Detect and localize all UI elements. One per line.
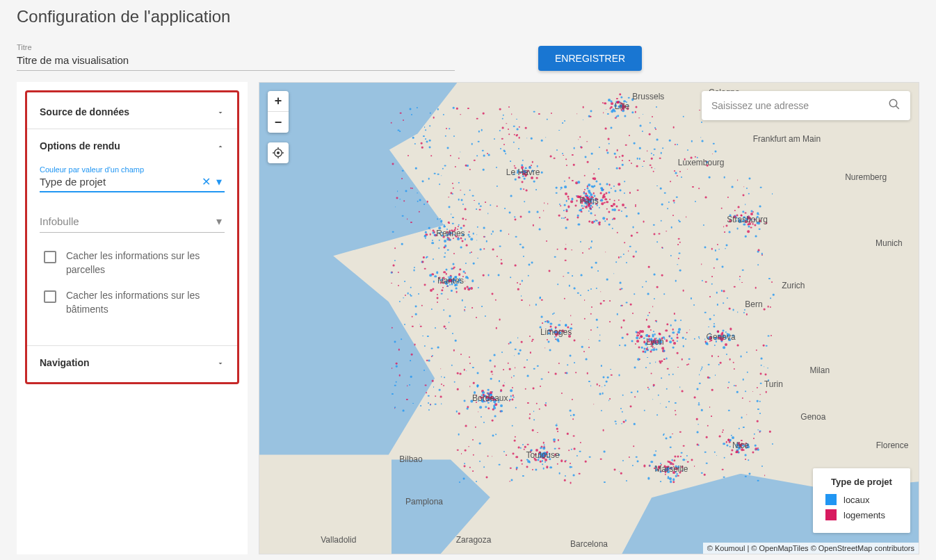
city-label: Barcelona [570,539,608,549]
accordion-label: Navigation [40,357,90,368]
city-label: Bilbao [399,454,422,464]
title-field-label: Titre [17,43,455,51]
legend-label: locaux [844,495,870,505]
render-options-body: Couleur par valeur d'un champ Type de pr… [27,163,237,345]
color-by-select[interactable]: Type de projet ✕ ▾ [40,175,225,192]
svg-point-6 [889,99,897,107]
caret-down-icon[interactable]: ▾ [213,215,225,228]
city-label: Paris [579,196,598,206]
zoom-in-button[interactable]: + [268,91,289,112]
chevron-up-icon [216,142,225,150]
city-label: Brussels [632,92,664,101]
search-input[interactable] [711,100,888,111]
color-by-label: Couleur par valeur d'un champ [40,165,225,174]
city-label: Geneva [707,332,736,342]
map[interactable]: BrusselsCologneFrankfurt am MainLuxembou… [259,82,919,554]
search-icon[interactable] [888,98,901,113]
map-attribution: © Koumoul | © OpenMapTiles © OpenStreetM… [703,543,919,554]
caret-down-icon[interactable]: ▾ [213,175,225,188]
legend-title: Type de projet [825,477,898,487]
checkbox-hide-buildings[interactable] [44,290,56,303]
accordion-navigation[interactable]: Navigation [27,346,237,379]
zoom-controls: + − [268,91,289,133]
legend-swatch [825,509,837,520]
city-label: Nice [732,440,749,450]
legend: Type de projet locaux logements [813,468,910,533]
city-label: Florence [876,440,909,450]
city-label: Genoa [800,412,825,422]
locate-icon [273,147,284,158]
accordion-label: Options de rendu [40,140,120,151]
locate-button[interactable] [268,142,289,163]
city-label: Bordeaux [472,393,508,403]
select-placeholder: Infobulle [40,215,213,227]
city-label: Bern [745,299,762,309]
accordion-data-source[interactable]: Source de données [27,95,237,129]
city-label: Rennes [436,229,465,238]
checkbox-hide-parcels[interactable] [44,251,56,263]
city-label: Limoges [540,327,572,337]
city-label: Nuremberg [845,172,887,182]
svg-line-7 [896,106,899,109]
city-label: Frankfurt am Main [753,134,821,144]
checkbox-label: Cacher les informations sur les bâtiment… [66,289,225,316]
chevron-down-icon [216,359,225,367]
legend-item: logements [825,509,898,520]
select-value: Type de projet [40,176,199,188]
city-label: Turin [764,379,783,389]
legend-swatch [825,494,837,505]
city-label: Milan [809,365,830,375]
checkbox-label: Cacher les informations sur les parcelle… [66,249,225,277]
city-label: Toulouse [526,450,560,460]
city-label: Zaragoza [456,535,492,545]
page-title: Configuration de l'application [17,7,919,26]
close-icon[interactable]: ✕ [199,175,213,188]
legend-label: logements [844,510,885,520]
title-field: Titre [17,43,455,71]
city-label: Le Havre [506,167,540,177]
accordion-label: Source de données [40,106,129,117]
city-label: Munich [876,238,903,248]
city-label: Luxembourg [678,158,725,167]
city-label: Strasbourg [727,215,768,224]
city-label: Marseille [654,464,688,474]
save-button[interactable]: ENREGISTRER [538,46,642,71]
address-search [702,91,910,120]
zoom-out-button[interactable]: − [268,112,289,133]
title-input[interactable] [17,51,455,71]
legend-item: locaux [825,494,898,505]
city-label: Valladolid [321,535,356,545]
chevron-down-icon [216,108,225,116]
city-label: Lyon [646,337,664,347]
city-label: Zurich [782,281,805,290]
city-label: Lille [615,101,629,111]
city-label: Pamplona [405,497,443,507]
infobulle-select[interactable]: Infobulle ▾ [40,215,225,233]
city-label: Nantes [437,276,464,286]
svg-point-0 [277,151,280,154]
accordion-render-options[interactable]: Options de rendu [27,129,237,163]
sidebar: Source de données Options de rendu Coule… [17,82,248,554]
